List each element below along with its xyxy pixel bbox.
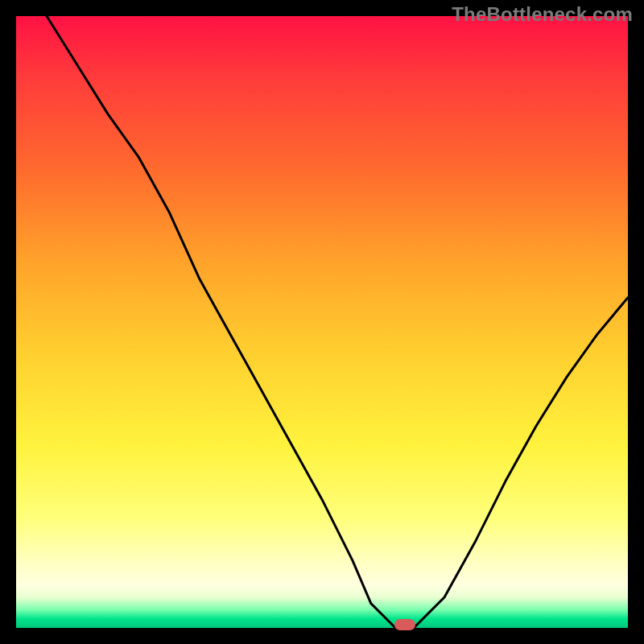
curve-layer [16, 16, 628, 628]
minimum-marker [394, 619, 415, 630]
plot-area [16, 16, 628, 628]
chart-frame: TheBottleneck.com [0, 0, 644, 644]
bottleneck-curve [47, 16, 628, 628]
watermark-text: TheBottleneck.com [452, 3, 633, 26]
